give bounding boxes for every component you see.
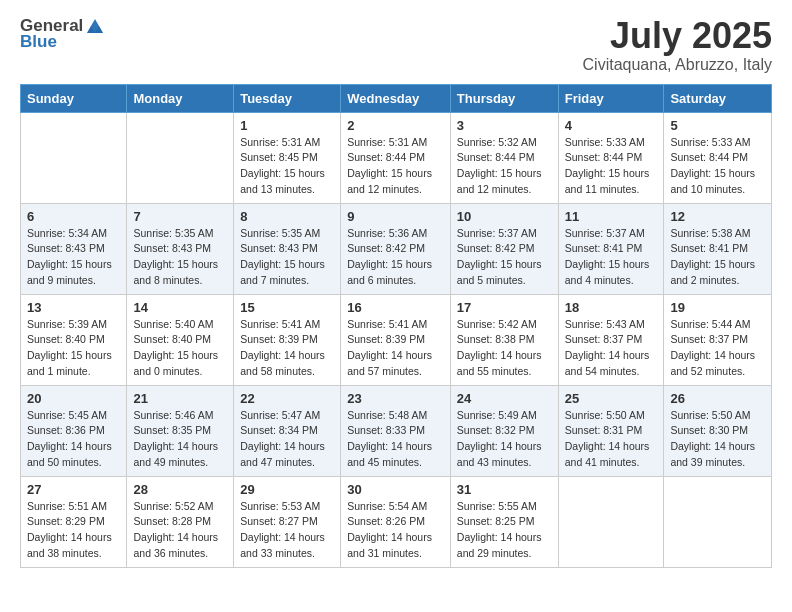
col-monday: Monday [127,84,234,112]
calendar-cell: 3Sunrise: 5:32 AMSunset: 8:44 PMDaylight… [450,112,558,203]
day-number: 17 [457,300,552,315]
day-number: 18 [565,300,658,315]
day-number: 5 [670,118,765,133]
calendar-cell: 12Sunrise: 5:38 AMSunset: 8:41 PMDayligh… [664,203,772,294]
day-info: Sunrise: 5:41 AMSunset: 8:39 PMDaylight:… [347,317,444,380]
calendar-cell: 20Sunrise: 5:45 AMSunset: 8:36 PMDayligh… [21,385,127,476]
day-info: Sunrise: 5:46 AMSunset: 8:35 PMDaylight:… [133,408,227,471]
calendar-cell: 14Sunrise: 5:40 AMSunset: 8:40 PMDayligh… [127,294,234,385]
day-info: Sunrise: 5:39 AMSunset: 8:40 PMDaylight:… [27,317,120,380]
day-info: Sunrise: 5:37 AMSunset: 8:41 PMDaylight:… [565,226,658,289]
calendar-cell: 19Sunrise: 5:44 AMSunset: 8:37 PMDayligh… [664,294,772,385]
day-info: Sunrise: 5:35 AMSunset: 8:43 PMDaylight:… [240,226,334,289]
calendar-row: 6Sunrise: 5:34 AMSunset: 8:43 PMDaylight… [21,203,772,294]
day-info: Sunrise: 5:34 AMSunset: 8:43 PMDaylight:… [27,226,120,289]
day-number: 20 [27,391,120,406]
day-info: Sunrise: 5:47 AMSunset: 8:34 PMDaylight:… [240,408,334,471]
day-info: Sunrise: 5:53 AMSunset: 8:27 PMDaylight:… [240,499,334,562]
day-number: 11 [565,209,658,224]
calendar: Sunday Monday Tuesday Wednesday Thursday… [20,84,772,568]
day-number: 23 [347,391,444,406]
calendar-cell: 13Sunrise: 5:39 AMSunset: 8:40 PMDayligh… [21,294,127,385]
calendar-row: 1Sunrise: 5:31 AMSunset: 8:45 PMDaylight… [21,112,772,203]
day-info: Sunrise: 5:55 AMSunset: 8:25 PMDaylight:… [457,499,552,562]
day-info: Sunrise: 5:42 AMSunset: 8:38 PMDaylight:… [457,317,552,380]
day-number: 19 [670,300,765,315]
calendar-cell: 6Sunrise: 5:34 AMSunset: 8:43 PMDaylight… [21,203,127,294]
calendar-cell: 4Sunrise: 5:33 AMSunset: 8:44 PMDaylight… [558,112,664,203]
logo: General Blue [20,16,105,52]
calendar-cell: 27Sunrise: 5:51 AMSunset: 8:29 PMDayligh… [21,476,127,567]
day-number: 26 [670,391,765,406]
day-number: 28 [133,482,227,497]
day-number: 24 [457,391,552,406]
col-wednesday: Wednesday [341,84,451,112]
day-number: 2 [347,118,444,133]
calendar-cell: 28Sunrise: 5:52 AMSunset: 8:28 PMDayligh… [127,476,234,567]
day-number: 4 [565,118,658,133]
col-sunday: Sunday [21,84,127,112]
day-info: Sunrise: 5:48 AMSunset: 8:33 PMDaylight:… [347,408,444,471]
day-number: 14 [133,300,227,315]
col-thursday: Thursday [450,84,558,112]
calendar-cell: 24Sunrise: 5:49 AMSunset: 8:32 PMDayligh… [450,385,558,476]
col-tuesday: Tuesday [234,84,341,112]
location-title: Civitaquana, Abruzzo, Italy [583,56,772,74]
day-info: Sunrise: 5:33 AMSunset: 8:44 PMDaylight:… [670,135,765,198]
calendar-row: 27Sunrise: 5:51 AMSunset: 8:29 PMDayligh… [21,476,772,567]
day-info: Sunrise: 5:41 AMSunset: 8:39 PMDaylight:… [240,317,334,380]
day-number: 8 [240,209,334,224]
day-number: 15 [240,300,334,315]
calendar-cell: 29Sunrise: 5:53 AMSunset: 8:27 PMDayligh… [234,476,341,567]
day-number: 1 [240,118,334,133]
calendar-cell: 9Sunrise: 5:36 AMSunset: 8:42 PMDaylight… [341,203,451,294]
header: General Blue July 2025 Civitaquana, Abru… [20,16,772,74]
calendar-cell: 31Sunrise: 5:55 AMSunset: 8:25 PMDayligh… [450,476,558,567]
calendar-cell: 1Sunrise: 5:31 AMSunset: 8:45 PMDaylight… [234,112,341,203]
calendar-cell: 17Sunrise: 5:42 AMSunset: 8:38 PMDayligh… [450,294,558,385]
day-info: Sunrise: 5:31 AMSunset: 8:45 PMDaylight:… [240,135,334,198]
day-info: Sunrise: 5:51 AMSunset: 8:29 PMDaylight:… [27,499,120,562]
day-number: 12 [670,209,765,224]
day-number: 13 [27,300,120,315]
col-saturday: Saturday [664,84,772,112]
day-info: Sunrise: 5:38 AMSunset: 8:41 PMDaylight:… [670,226,765,289]
calendar-cell: 18Sunrise: 5:43 AMSunset: 8:37 PMDayligh… [558,294,664,385]
day-number: 16 [347,300,444,315]
calendar-cell: 10Sunrise: 5:37 AMSunset: 8:42 PMDayligh… [450,203,558,294]
day-info: Sunrise: 5:32 AMSunset: 8:44 PMDaylight:… [457,135,552,198]
calendar-cell: 26Sunrise: 5:50 AMSunset: 8:30 PMDayligh… [664,385,772,476]
day-number: 27 [27,482,120,497]
day-info: Sunrise: 5:49 AMSunset: 8:32 PMDaylight:… [457,408,552,471]
day-number: 6 [27,209,120,224]
calendar-cell: 21Sunrise: 5:46 AMSunset: 8:35 PMDayligh… [127,385,234,476]
day-number: 31 [457,482,552,497]
calendar-cell: 16Sunrise: 5:41 AMSunset: 8:39 PMDayligh… [341,294,451,385]
day-info: Sunrise: 5:54 AMSunset: 8:26 PMDaylight:… [347,499,444,562]
calendar-cell: 2Sunrise: 5:31 AMSunset: 8:44 PMDaylight… [341,112,451,203]
calendar-cell: 30Sunrise: 5:54 AMSunset: 8:26 PMDayligh… [341,476,451,567]
calendar-cell [664,476,772,567]
day-info: Sunrise: 5:33 AMSunset: 8:44 PMDaylight:… [565,135,658,198]
day-number: 21 [133,391,227,406]
day-info: Sunrise: 5:40 AMSunset: 8:40 PMDaylight:… [133,317,227,380]
day-number: 9 [347,209,444,224]
calendar-cell: 7Sunrise: 5:35 AMSunset: 8:43 PMDaylight… [127,203,234,294]
calendar-cell: 8Sunrise: 5:35 AMSunset: 8:43 PMDaylight… [234,203,341,294]
day-info: Sunrise: 5:44 AMSunset: 8:37 PMDaylight:… [670,317,765,380]
day-number: 30 [347,482,444,497]
day-info: Sunrise: 5:50 AMSunset: 8:31 PMDaylight:… [565,408,658,471]
day-info: Sunrise: 5:45 AMSunset: 8:36 PMDaylight:… [27,408,120,471]
day-number: 3 [457,118,552,133]
day-number: 10 [457,209,552,224]
month-title: July 2025 [583,16,772,56]
calendar-header-row: Sunday Monday Tuesday Wednesday Thursday… [21,84,772,112]
day-info: Sunrise: 5:35 AMSunset: 8:43 PMDaylight:… [133,226,227,289]
calendar-cell [558,476,664,567]
logo-blue: Blue [20,32,57,52]
day-info: Sunrise: 5:37 AMSunset: 8:42 PMDaylight:… [457,226,552,289]
day-number: 22 [240,391,334,406]
day-info: Sunrise: 5:36 AMSunset: 8:42 PMDaylight:… [347,226,444,289]
logo-icon [85,17,105,35]
day-number: 25 [565,391,658,406]
